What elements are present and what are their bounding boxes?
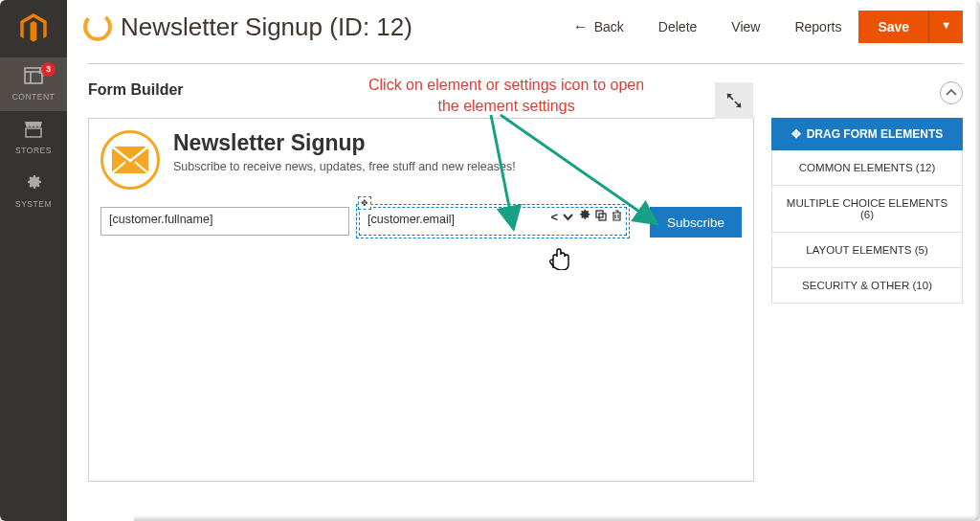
section-title: Form Builder xyxy=(88,81,184,104)
view-button[interactable]: View xyxy=(714,11,777,42)
email-field[interactable]: ✥ [customer.email] < xyxy=(359,207,627,236)
save-dropdown[interactable]: ▼ xyxy=(928,11,963,43)
reports-button[interactable]: Reports xyxy=(777,11,858,42)
builder-area: Newsletter Signup Subscribe to receive n… xyxy=(88,118,963,482)
palette-category-common[interactable]: COMMON ELEMENTS (12) xyxy=(771,150,963,186)
form-title: Newsletter Signup xyxy=(173,130,516,156)
form-fields-row: [customer.fullname] ✥ [customer.email] < xyxy=(100,207,742,238)
form-canvas[interactable]: Newsletter Signup Subscribe to receive n… xyxy=(88,118,754,482)
svg-point-4 xyxy=(81,11,114,43)
magento-logo[interactable] xyxy=(0,0,67,57)
back-button[interactable]: ←Back xyxy=(556,11,641,43)
sidebar-label: CONTENT xyxy=(12,92,56,102)
system-icon xyxy=(0,174,67,196)
delete-icon[interactable] xyxy=(612,210,622,224)
page-title: Newsletter Signup (ID: 12) xyxy=(121,12,412,42)
palette-category-choice[interactable]: MULTIPLE CHOICE ELEMENTS (6) xyxy=(771,186,963,233)
move-left-icon[interactable]: < xyxy=(550,210,558,224)
page-header: Newsletter Signup (ID: 12) ←Back Delete … xyxy=(67,0,980,63)
sidebar-label: SYSTEM xyxy=(15,199,52,209)
palette-header: ✥ DRAG FORM ELEMENTS xyxy=(771,118,963,150)
header-actions: ←Back Delete View Reports Save ▼ xyxy=(556,11,963,43)
sidebar-item-stores[interactable]: STORES xyxy=(0,111,67,165)
svg-rect-3 xyxy=(26,128,41,137)
content-icon xyxy=(0,67,67,89)
sidebar-label: STORES xyxy=(15,146,52,155)
main-panel: Newsletter Signup (ID: 12) ←Back Delete … xyxy=(67,0,980,521)
form-subtitle: Subscribe to receive news, updates, free… xyxy=(173,160,516,173)
move-handle-icon[interactable]: ✥ xyxy=(358,196,371,210)
spinner-icon xyxy=(78,8,117,46)
delete-button[interactable]: Delete xyxy=(641,11,714,42)
drag-icon: ✥ xyxy=(791,127,801,141)
subscribe-button[interactable]: Subscribe xyxy=(650,207,742,238)
collapse-toggle[interactable] xyxy=(940,81,963,104)
annotation-text: Click on element or settings icon to ope… xyxy=(368,75,644,116)
envelope-icon xyxy=(100,130,160,190)
save-button[interactable]: Save xyxy=(858,11,928,43)
save-button-group: Save ▼ xyxy=(858,11,963,43)
form-header-block[interactable]: Newsletter Signup Subscribe to receive n… xyxy=(100,130,742,190)
duplicate-icon[interactable] xyxy=(595,210,607,224)
stores-icon xyxy=(0,121,67,143)
admin-sidebar: CONTENT 3 STORES SYSTEM xyxy=(0,0,67,521)
element-palette: ✥ DRAG FORM ELEMENTS COMMON ELEMENTS (12… xyxy=(771,118,963,482)
element-toolbar: < xyxy=(550,209,622,224)
field-value: [customer.email] xyxy=(368,213,455,226)
palette-category-layout[interactable]: LAYOUT ELEMENTS (5) xyxy=(771,233,963,268)
palette-category-security[interactable]: SECURITY & OTHER (10) xyxy=(771,268,963,304)
sidebar-item-content[interactable]: CONTENT 3 xyxy=(0,57,67,111)
expand-button[interactable] xyxy=(715,82,753,119)
notification-badge: 3 xyxy=(41,62,56,77)
sidebar-item-system[interactable]: SYSTEM xyxy=(0,165,67,218)
move-down-icon[interactable] xyxy=(563,210,573,224)
arrow-left-icon: ← xyxy=(573,18,589,34)
settings-icon[interactable] xyxy=(578,209,590,224)
fullname-field[interactable]: [customer.fullname] xyxy=(100,207,349,236)
